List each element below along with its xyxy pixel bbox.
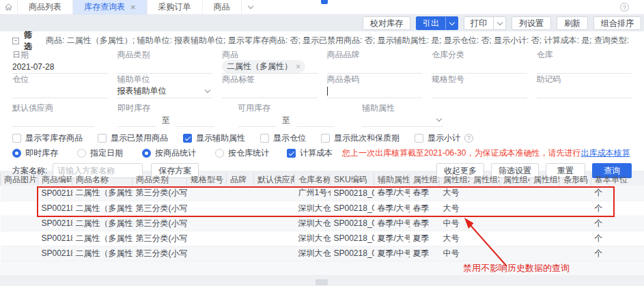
column-header[interactable]: 属性组5 <box>530 173 560 186</box>
table-cell: 二属性（多属性） <box>72 201 132 216</box>
tab-inventory-query[interactable]: 库存查询表 × <box>73 0 148 14</box>
default-supplier-input[interactable] <box>12 113 94 127</box>
check-stock-button[interactable]: 校对库存 <box>363 16 410 30</box>
instant-stock-from-input[interactable] <box>117 113 156 127</box>
table-row[interactable]: SP00218 二属性（多属性） 第三分类(小写) 广州1号仓 SP00218_… <box>1 186 644 201</box>
table-cell <box>227 201 254 216</box>
help-icon[interactable]: ? <box>620 3 629 12</box>
refresh-button[interactable]: 刷新 <box>557 16 588 30</box>
column-header[interactable]: 品牌 <box>227 173 254 186</box>
table-cell: SP00218 <box>38 201 72 216</box>
column-header[interactable]: 属性组4 <box>500 173 530 186</box>
table-cell <box>1 201 38 216</box>
column-header[interactable]: 属性组2 <box>440 173 470 186</box>
cost-calc-link[interactable]: 出库成本核算 <box>580 147 630 159</box>
field-label: 商品类别 <box>117 49 213 60</box>
query-type-radio[interactable]: 按仓库统计 <box>215 147 269 159</box>
close-tab-icon[interactable]: × <box>130 3 136 12</box>
column-header[interactable]: 基本单位 <box>591 173 644 186</box>
chevron-down-icon <box>205 87 210 93</box>
date-input[interactable]: 2021-07-28 <box>12 60 108 74</box>
brand-input[interactable] <box>327 60 423 74</box>
radio-label: 按商品统计 <box>155 147 196 159</box>
table-cell <box>1 246 38 261</box>
table-cell: SP00218_001 <box>331 201 374 216</box>
table-row[interactable]: SP00218 二属性（多属性） 第三分类(小写) 深圳大仓 SP00218_0… <box>1 231 644 246</box>
table-cell <box>1 186 38 201</box>
query-type-radio[interactable]: 即时库存 <box>12 147 58 159</box>
query-type-radio[interactable]: 指定日期 <box>77 147 123 159</box>
aux-unit-select[interactable]: 报表辅助单位 <box>117 85 213 98</box>
export-split-button: 引出 <box>416 16 458 30</box>
column-header[interactable]: 属性组1 <box>410 173 440 186</box>
column-header[interactable]: 仓库名称 <box>295 173 331 186</box>
collapse-filter-icon[interactable] <box>12 38 19 44</box>
table-row[interactable]: SP00218 二属性（多属性） 第三分类(小写) 深圳大仓 SP00218_0… <box>1 201 644 216</box>
chevron-down-icon <box>496 19 502 25</box>
column-header[interactable]: 默认供应商 <box>254 173 295 186</box>
warehouse-category-input[interactable] <box>432 60 527 74</box>
table-cell <box>187 186 227 201</box>
house-icon <box>5 3 12 11</box>
column-header[interactable]: 条形码 <box>560 173 591 186</box>
product-input[interactable]: 二属性（多属性） × <box>222 60 318 74</box>
radio-icon <box>77 149 86 158</box>
table-cell <box>560 201 591 216</box>
tab-product-list[interactable]: 商品列表 <box>18 0 73 14</box>
display-option-checkbox[interactable]: 显示仓位 <box>260 132 306 144</box>
print-dropdown-button[interactable] <box>493 17 505 29</box>
product-tag[interactable]: 二属性（多属性） × <box>222 60 305 73</box>
inventory-query-page: 商品列表 库存查询表 × 采购订单 商品 ? 校对库存 引出 打印 列设置 刷新… <box>0 0 644 286</box>
display-option-checkbox[interactable]: 显示已禁用商品 <box>98 132 168 144</box>
product-tag-input[interactable] <box>222 85 318 98</box>
barcode-input[interactable] <box>327 85 423 98</box>
column-header[interactable]: SKU编码 <box>331 173 374 186</box>
column-header[interactable]: 商品编码 <box>38 173 72 186</box>
aux-attr-select[interactable] <box>362 113 444 127</box>
remove-tag-icon[interactable]: × <box>296 62 300 72</box>
query-type-radio[interactable]: 按商品统计 <box>142 147 196 159</box>
tab-product[interactable]: 商品 <box>203 0 242 14</box>
combo-sort-button[interactable]: 组合排序 <box>593 16 641 30</box>
display-option-checkbox[interactable]: 显示批次和保质期 <box>321 132 400 144</box>
print-button[interactable]: 打印 <box>464 17 493 29</box>
bin-input[interactable] <box>12 85 108 98</box>
display-option-checkbox[interactable]: 显示小计 ? <box>415 132 473 144</box>
home-icon[interactable] <box>0 0 18 14</box>
table-cell <box>254 216 295 231</box>
column-header[interactable]: 规格型号 <box>187 173 227 186</box>
table-row[interactable]: SP00218 二属性（多属性） 第三分类(小写) 深圳大仓 SP00218_0… <box>1 246 644 261</box>
tab-purchase-order[interactable]: 采购订单 <box>148 0 203 14</box>
table-cell: 二属性（多属性） <box>72 231 132 246</box>
column-header[interactable]: 辅助属性 <box>374 173 410 186</box>
instant-stock-to-input[interactable] <box>176 113 214 127</box>
checkbox-label: 显示批次和保质期 <box>334 132 400 144</box>
compute-cost-checkbox[interactable]: 计算成本 <box>287 147 333 159</box>
pagination-handle[interactable] <box>316 279 328 285</box>
table-cell <box>470 246 500 261</box>
available-stock-from-input[interactable] <box>238 113 276 127</box>
mnemonic-input[interactable] <box>537 85 632 98</box>
column-settings-button[interactable]: 列设置 <box>512 16 551 30</box>
spec-input[interactable] <box>432 85 527 98</box>
export-button[interactable]: 引出 <box>417 17 445 29</box>
tabs-overflow-dropdown[interactable] <box>242 0 260 14</box>
help-icon[interactable]: ? <box>464 134 473 143</box>
column-header[interactable]: 属性组3 <box>470 173 500 186</box>
filter-summary-row: 筛选 商品: 二属性（多属性）; 辅助单位: 报表辅助单位; 显示零库存商品: … <box>12 31 632 48</box>
checkbox-label: 显示零库存商品 <box>25 132 83 144</box>
display-option-checkbox[interactable]: 显示零库存商品 <box>12 132 83 144</box>
warehouse-input[interactable] <box>537 60 632 74</box>
available-stock-to-input[interactable] <box>296 113 335 127</box>
export-dropdown-button[interactable] <box>445 17 458 29</box>
column-header[interactable]: 商品图片 <box>1 173 38 186</box>
table-row[interactable]: SP00218 二属性（多属性） 第三分类(小写) 深圳大仓 SP00218_0… <box>1 216 644 231</box>
field-label: 辅助属性 <box>362 102 444 113</box>
table-cell <box>530 216 560 231</box>
field-aux-attr: 辅助属性 <box>362 102 444 127</box>
product-category-input[interactable] <box>117 60 213 74</box>
table-cell: 个 <box>591 216 644 231</box>
table-cell: 春季 <box>410 201 440 216</box>
display-option-checkbox[interactable]: 显示辅助属性 <box>183 132 245 144</box>
field-label: 默认供应商 <box>12 102 94 113</box>
